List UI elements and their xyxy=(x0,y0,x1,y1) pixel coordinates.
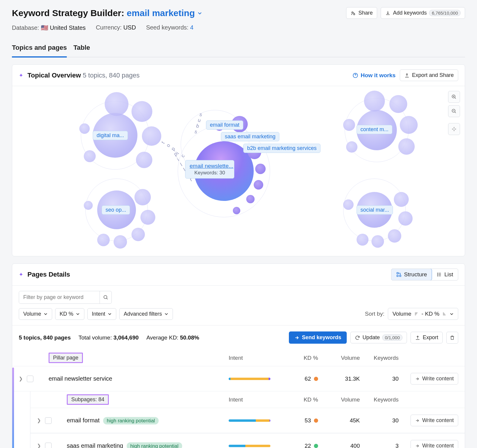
tab-table[interactable]: Table xyxy=(73,40,90,57)
row-name[interactable]: email newsletter service xyxy=(49,375,229,382)
table-row: ❯ email formathigh ranking potential 53 … xyxy=(30,408,465,433)
details-title: Pages Details xyxy=(27,271,70,278)
summary-topics: 5 topics, 840 pages xyxy=(19,334,71,341)
filter-input[interactable] xyxy=(19,291,100,303)
col-kd: KD % xyxy=(282,355,318,361)
download-icon xyxy=(385,10,391,16)
filter-volume[interactable]: Volume xyxy=(19,308,52,320)
search-button[interactable] xyxy=(100,291,111,303)
col-volume: Volume xyxy=(318,355,360,361)
view-structure[interactable]: Structure xyxy=(391,269,432,280)
svg-rect-7 xyxy=(397,275,399,277)
seed-label: Seed keywords: 4 xyxy=(146,24,193,31)
filter-kd[interactable]: KD % xyxy=(55,308,84,320)
avg-kd: Average KD: 50.08% xyxy=(146,334,199,341)
filter-intent[interactable]: Intent xyxy=(87,308,116,320)
subpages-label: Subpages: 84 xyxy=(67,394,109,405)
sort-label: Sort by: xyxy=(365,311,384,317)
intent-bar xyxy=(229,378,270,380)
arrow-icon xyxy=(294,335,300,340)
send-keywords-button[interactable]: Send keywords xyxy=(289,331,347,344)
cluster-content[interactable]: content m... xyxy=(357,125,392,134)
delete-button[interactable] xyxy=(446,332,458,344)
arrow-icon xyxy=(415,444,420,448)
question-icon xyxy=(352,72,358,78)
database-label: Database: 🇺🇸 United States xyxy=(12,24,86,31)
zoom-in-button[interactable] xyxy=(448,91,460,103)
col-intent: Intent xyxy=(229,396,282,403)
sort-desc-icon xyxy=(414,312,419,316)
search-icon xyxy=(103,295,109,300)
upload-icon xyxy=(415,335,420,340)
write-content-button[interactable]: Write content xyxy=(411,415,458,426)
expand-toggle[interactable]: ❯ xyxy=(37,418,41,423)
table-row: ❯ email newsletter service 62 31.3K 30 W… xyxy=(12,366,465,391)
sub-saas[interactable]: saas email marketing xyxy=(221,132,279,141)
share-button[interactable]: Share xyxy=(346,7,377,19)
svg-point-0 xyxy=(352,12,353,13)
arrow-icon xyxy=(415,376,420,381)
row-checkbox[interactable] xyxy=(27,376,33,382)
cluster-seo[interactable]: seo op... xyxy=(102,205,130,215)
row-checkbox[interactable] xyxy=(45,443,52,448)
cluster-digital[interactable]: digital ma... xyxy=(93,131,128,140)
share-icon xyxy=(351,10,356,16)
currency-label: Currency: USD xyxy=(96,24,136,31)
how-it-works-link[interactable]: How it works xyxy=(352,72,396,79)
add-keywords-button[interactable]: Add keywords 6,765/10,000 xyxy=(381,7,465,19)
total-volume: Total volume: 3,064,690 xyxy=(78,334,139,341)
upload-icon xyxy=(404,73,410,78)
page-title: Keyword Strategy Builder: xyxy=(12,8,124,18)
chevron-down-icon xyxy=(450,312,454,316)
tab-topics[interactable]: Topics and pages xyxy=(12,40,67,58)
table-row: ❯ saas email marketinghigh ranking poten… xyxy=(30,433,465,448)
filter-search[interactable] xyxy=(19,291,112,304)
update-badge: 0/1,000 xyxy=(382,334,402,341)
arrow-icon xyxy=(415,418,420,423)
write-content-button[interactable]: Write content xyxy=(411,373,458,385)
view-list[interactable]: List xyxy=(432,269,458,280)
project-dropdown[interactable]: email marketing xyxy=(127,8,202,18)
col-intent: Intent xyxy=(229,355,282,361)
pillar-page-label: Pillar page xyxy=(49,353,83,363)
overview-title: Topical Overview 5 topics, 840 pages xyxy=(27,72,140,79)
cluster-canvas[interactable]: digital ma... seo op... xyxy=(12,86,465,256)
trash-icon xyxy=(450,335,455,340)
expand-toggle[interactable]: ❯ xyxy=(19,376,23,382)
refresh-icon xyxy=(355,335,360,340)
sort-select[interactable]: Volume - KD % xyxy=(388,308,458,320)
export-button[interactable]: Export xyxy=(411,332,443,343)
recenter-button[interactable] xyxy=(448,123,460,135)
row-name[interactable]: saas email marketing xyxy=(67,442,123,448)
list-icon xyxy=(436,272,442,277)
export-share-button[interactable]: Export and Share xyxy=(400,69,458,81)
zoom-out-button[interactable] xyxy=(448,105,460,117)
col-keywords: Keywords xyxy=(360,396,399,403)
intent-bar xyxy=(229,419,270,422)
expand-toggle[interactable]: ❯ xyxy=(37,443,41,448)
svg-rect-6 xyxy=(400,275,401,277)
svg-rect-5 xyxy=(397,272,399,274)
write-content-button[interactable]: Write content xyxy=(411,440,458,448)
update-button[interactable]: Update 0/1,000 xyxy=(350,332,407,343)
svg-point-8 xyxy=(437,273,438,274)
potential-badge: high ranking potential xyxy=(103,417,159,424)
pillar-tag[interactable]: email newslette... Keywords: 30 xyxy=(185,160,234,179)
structure-icon xyxy=(396,272,402,277)
potential-badge: high ranking potential xyxy=(127,442,182,448)
sort-asc-icon xyxy=(442,312,447,316)
sub-email-format[interactable]: email format xyxy=(206,120,243,130)
sparkle-icon: ✦ xyxy=(19,271,23,278)
seed-count-link[interactable]: 4 xyxy=(190,24,193,31)
filter-advanced[interactable]: Advanced filters xyxy=(119,308,173,320)
svg-point-10 xyxy=(437,276,438,276)
col-keywords: Keywords xyxy=(360,355,399,361)
chevron-down-icon xyxy=(197,11,202,15)
sub-b2b[interactable]: b2b email marketing services xyxy=(243,144,320,153)
cluster-social[interactable]: social mar... xyxy=(357,205,393,215)
sparkle-icon: ✦ xyxy=(19,72,23,79)
row-name[interactable]: email format xyxy=(67,417,100,424)
row-checkbox[interactable] xyxy=(45,417,52,424)
svg-point-9 xyxy=(437,274,438,275)
col-volume: Volume xyxy=(318,396,360,403)
